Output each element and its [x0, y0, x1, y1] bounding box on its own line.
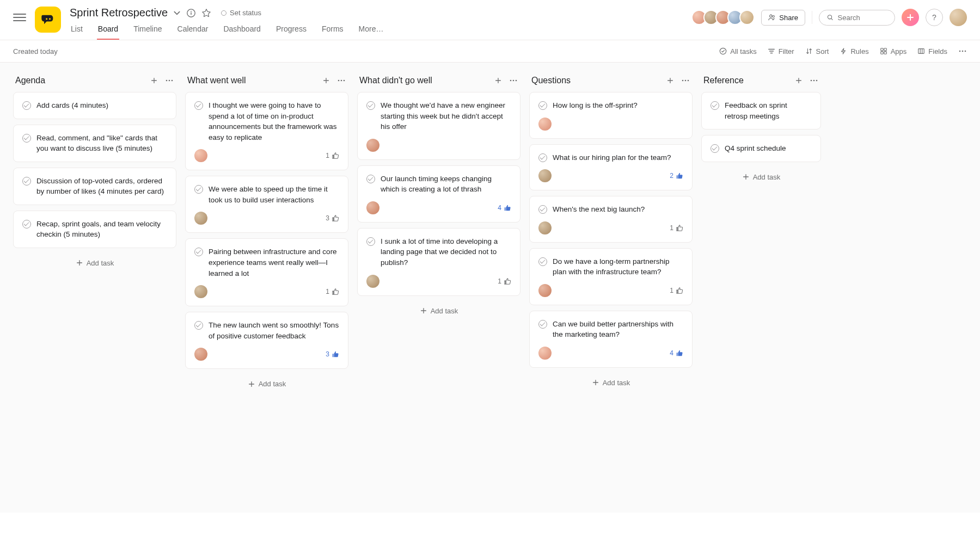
complete-checkbox[interactable] — [710, 144, 719, 153]
assignee-avatar[interactable] — [538, 169, 552, 182]
likes-count[interactable]: 1 — [670, 224, 683, 232]
add-task-button[interactable]: Add task — [13, 254, 176, 273]
task-card[interactable]: How long is the off-sprint? — [529, 92, 693, 139]
set-status-button[interactable]: Set status — [217, 7, 266, 19]
task-card[interactable]: Do we have a long-term partnership plan … — [529, 248, 693, 305]
info-icon[interactable] — [186, 8, 196, 18]
rules-button[interactable]: Rules — [840, 47, 868, 55]
task-card[interactable]: Pairing between infrastructure and core … — [185, 238, 348, 306]
likes-count[interactable]: 4 — [498, 204, 511, 212]
task-card[interactable]: I sunk a lot of time into developing a l… — [357, 228, 520, 296]
column-add-button[interactable] — [665, 76, 675, 85]
complete-checkbox[interactable] — [366, 175, 375, 183]
help-button[interactable]: ? — [926, 9, 943, 26]
apps-button[interactable]: Apps — [880, 47, 907, 55]
complete-checkbox[interactable] — [194, 248, 203, 256]
add-task-button[interactable]: Add task — [185, 374, 348, 393]
tab-progress[interactable]: Progress — [275, 24, 308, 40]
complete-checkbox[interactable] — [22, 101, 31, 110]
search-input[interactable] — [838, 14, 887, 22]
tab-more[interactable]: More… — [358, 24, 385, 40]
task-card[interactable]: We were able to speed up the time it too… — [185, 176, 348, 233]
likes-count[interactable]: 3 — [326, 214, 339, 222]
complete-checkbox[interactable] — [194, 321, 203, 330]
more-options-button[interactable] — [958, 47, 967, 55]
task-card[interactable]: I thought we were going to have to spend… — [185, 92, 348, 170]
tab-list[interactable]: List — [70, 24, 84, 40]
complete-checkbox[interactable] — [22, 177, 31, 186]
assignee-avatar[interactable] — [538, 284, 552, 297]
column-more-button[interactable] — [509, 76, 518, 85]
tab-timeline[interactable]: Timeline — [132, 24, 163, 40]
member-avatars[interactable] — [695, 10, 755, 25]
column-add-button[interactable] — [493, 76, 503, 85]
complete-checkbox[interactable] — [194, 185, 203, 194]
task-card[interactable]: Feedback on sprint retrosp meetings — [701, 92, 821, 129]
column-more-button[interactable] — [681, 76, 690, 85]
task-card[interactable]: Our launch timing keeps changing which i… — [357, 165, 520, 223]
star-icon[interactable] — [201, 8, 211, 18]
menu-toggle[interactable] — [13, 11, 26, 24]
assignee-avatar[interactable] — [194, 285, 207, 298]
tab-calendar[interactable]: Calendar — [176, 24, 210, 40]
add-task-button[interactable]: Add task — [701, 168, 821, 187]
add-task-button[interactable]: Add task — [357, 301, 520, 320]
add-task-button[interactable]: Add task — [529, 373, 693, 392]
task-card[interactable]: Discussion of top-voted cards, ordered b… — [13, 168, 176, 205]
project-title[interactable]: Sprint Retrospective — [70, 7, 168, 19]
complete-checkbox[interactable] — [538, 205, 547, 214]
assignee-avatar[interactable] — [538, 221, 552, 234]
likes-count[interactable]: 1 — [326, 288, 339, 295]
user-avatar[interactable] — [950, 9, 967, 26]
likes-count[interactable]: 2 — [670, 172, 683, 180]
task-card[interactable]: Can we build better partnerships with th… — [529, 311, 693, 368]
search-box[interactable] — [819, 10, 895, 26]
task-card[interactable]: The new launch went so smoothly! Tons of… — [185, 312, 348, 369]
global-add-button[interactable] — [902, 9, 919, 26]
assignee-avatar[interactable] — [194, 348, 207, 361]
column-more-button[interactable] — [336, 76, 346, 85]
project-icon[interactable] — [35, 7, 61, 33]
likes-count[interactable]: 1 — [326, 152, 339, 159]
share-button[interactable]: Share — [761, 10, 805, 26]
assignee-avatar[interactable] — [538, 347, 552, 360]
assignee-avatar[interactable] — [194, 212, 207, 225]
filter-button[interactable]: Filter — [768, 47, 794, 55]
assignee-avatar[interactable] — [366, 201, 379, 214]
assignee-avatar[interactable] — [366, 139, 379, 152]
task-card[interactable]: When's the next big launch? 1 — [529, 196, 693, 243]
tab-dashboard[interactable]: Dashboard — [222, 24, 262, 40]
task-card[interactable]: Q4 sprint schedule — [701, 135, 821, 162]
complete-checkbox[interactable] — [194, 101, 203, 110]
complete-checkbox[interactable] — [22, 134, 31, 143]
task-card[interactable]: What is our hiring plan for the team? 2 — [529, 144, 693, 191]
sort-button[interactable]: Sort — [805, 47, 829, 55]
fields-button[interactable]: Fields — [917, 47, 947, 55]
complete-checkbox[interactable] — [538, 153, 547, 162]
likes-count[interactable]: 3 — [326, 350, 339, 358]
column-more-button[interactable] — [809, 76, 819, 85]
task-card[interactable]: Read, comment, and "like" cards that you… — [13, 125, 176, 162]
all-tasks-button[interactable]: All tasks — [719, 47, 756, 55]
likes-count[interactable]: 4 — [670, 349, 683, 357]
tab-board[interactable]: Board — [97, 24, 119, 40]
complete-checkbox[interactable] — [538, 101, 547, 110]
complete-checkbox[interactable] — [22, 220, 31, 229]
complete-checkbox[interactable] — [538, 257, 547, 266]
task-card[interactable]: Recap, sprint goals, and team velocity c… — [13, 211, 176, 248]
assignee-avatar[interactable] — [366, 275, 379, 288]
column-more-button[interactable] — [164, 76, 174, 85]
chevron-down-icon[interactable] — [173, 9, 181, 17]
assignee-avatar[interactable] — [194, 149, 207, 162]
column-add-button[interactable] — [149, 76, 159, 85]
complete-checkbox[interactable] — [366, 101, 375, 110]
likes-count[interactable]: 1 — [498, 277, 511, 285]
task-card[interactable]: We thought we'd have a new engineer star… — [357, 92, 520, 160]
column-add-button[interactable] — [794, 76, 804, 85]
tab-forms[interactable]: Forms — [321, 24, 345, 40]
complete-checkbox[interactable] — [366, 237, 375, 246]
complete-checkbox[interactable] — [710, 101, 719, 110]
task-card[interactable]: Add cards (4 minutes) — [13, 92, 176, 119]
likes-count[interactable]: 1 — [670, 287, 683, 294]
assignee-avatar[interactable] — [538, 118, 552, 131]
